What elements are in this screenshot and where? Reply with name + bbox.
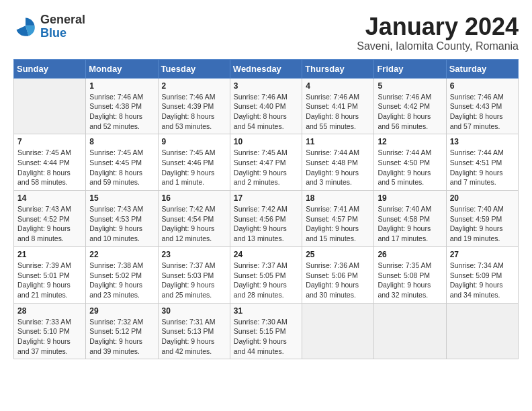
logo-text: General Blue <box>40 13 85 40</box>
day-info: Sunrise: 7:34 AMSunset: 5:09 PMDaylight:… <box>450 261 515 300</box>
calendar-day-cell: 11Sunrise: 7:44 AMSunset: 4:48 PMDayligh… <box>302 134 374 191</box>
day-number: 29 <box>89 306 154 316</box>
calendar-day-cell: 1Sunrise: 7:46 AMSunset: 4:38 PMDaylight… <box>86 78 158 134</box>
day-number: 28 <box>17 306 82 316</box>
day-info: Sunrise: 7:46 AMSunset: 4:42 PMDaylight:… <box>378 92 442 132</box>
day-info: Sunrise: 7:46 AMSunset: 4:40 PMDaylight:… <box>234 92 298 132</box>
day-number: 19 <box>378 193 442 203</box>
calendar-day-cell: 2Sunrise: 7:46 AMSunset: 4:39 PMDaylight… <box>158 78 230 134</box>
day-info: Sunrise: 7:44 AMSunset: 4:48 PMDaylight:… <box>306 148 370 187</box>
day-info: Sunrise: 7:45 AMSunset: 4:45 PMDaylight:… <box>89 148 154 187</box>
calendar-day-cell: 14Sunrise: 7:43 AMSunset: 4:52 PMDayligh… <box>14 191 86 247</box>
day-info: Sunrise: 7:33 AMSunset: 5:10 PMDaylight:… <box>17 317 82 357</box>
logo-icon <box>13 15 38 39</box>
day-number: 3 <box>234 81 298 91</box>
day-number: 27 <box>450 250 515 259</box>
day-number: 15 <box>89 193 154 203</box>
calendar-day-cell <box>446 303 518 359</box>
calendar-week-row: 7Sunrise: 7:45 AMSunset: 4:44 PMDaylight… <box>14 134 519 191</box>
day-info: Sunrise: 7:46 AMSunset: 4:41 PMDaylight:… <box>306 92 370 132</box>
weekday-header-cell: Saturday <box>446 59 518 78</box>
day-info: Sunrise: 7:41 AMSunset: 4:57 PMDaylight:… <box>306 204 370 244</box>
day-info: Sunrise: 7:44 AMSunset: 4:51 PMDaylight:… <box>450 148 515 187</box>
day-info: Sunrise: 7:32 AMSunset: 5:12 PMDaylight:… <box>89 317 154 357</box>
day-number: 1 <box>89 81 154 91</box>
day-info: Sunrise: 7:39 AMSunset: 5:01 PMDaylight:… <box>17 261 82 300</box>
day-number: 12 <box>378 137 442 146</box>
day-info: Sunrise: 7:46 AMSunset: 4:38 PMDaylight:… <box>89 92 154 132</box>
day-number: 6 <box>450 81 515 91</box>
calendar-day-cell <box>14 78 86 134</box>
day-info: Sunrise: 7:43 AMSunset: 4:52 PMDaylight:… <box>17 204 82 244</box>
day-info: Sunrise: 7:45 AMSunset: 4:47 PMDaylight:… <box>234 148 298 187</box>
calendar-week-row: 1Sunrise: 7:46 AMSunset: 4:38 PMDaylight… <box>14 78 519 134</box>
day-info: Sunrise: 7:40 AMSunset: 4:59 PMDaylight:… <box>450 204 515 244</box>
weekday-header-row: SundayMondayTuesdayWednesdayThursdayFrid… <box>14 59 519 78</box>
day-info: Sunrise: 7:42 AMSunset: 4:56 PMDaylight:… <box>234 204 298 244</box>
calendar-day-cell: 24Sunrise: 7:37 AMSunset: 5:05 PMDayligh… <box>230 246 302 303</box>
day-info: Sunrise: 7:36 AMSunset: 5:06 PMDaylight:… <box>306 261 370 300</box>
day-number: 23 <box>162 250 226 259</box>
calendar-day-cell: 4Sunrise: 7:46 AMSunset: 4:41 PMDaylight… <box>302 78 374 134</box>
day-info: Sunrise: 7:44 AMSunset: 4:50 PMDaylight:… <box>378 148 442 187</box>
day-number: 22 <box>89 250 154 259</box>
day-info: Sunrise: 7:46 AMSunset: 4:43 PMDaylight:… <box>450 92 515 132</box>
calendar-body: 1Sunrise: 7:46 AMSunset: 4:38 PMDaylight… <box>14 78 519 359</box>
day-info: Sunrise: 7:46 AMSunset: 4:39 PMDaylight:… <box>162 92 226 132</box>
calendar-day-cell: 31Sunrise: 7:30 AMSunset: 5:15 PMDayligh… <box>230 303 302 359</box>
weekday-header-cell: Thursday <box>302 59 374 78</box>
calendar-day-cell: 25Sunrise: 7:36 AMSunset: 5:06 PMDayligh… <box>302 246 374 303</box>
calendar-day-cell: 29Sunrise: 7:32 AMSunset: 5:12 PMDayligh… <box>86 303 158 359</box>
calendar-day-cell <box>302 303 374 359</box>
day-number: 20 <box>450 193 515 203</box>
calendar-week-row: 28Sunrise: 7:33 AMSunset: 5:10 PMDayligh… <box>14 303 519 359</box>
day-number: 18 <box>306 193 370 203</box>
calendar-day-cell: 6Sunrise: 7:46 AMSunset: 4:43 PMDaylight… <box>446 78 518 134</box>
weekday-header-cell: Monday <box>86 59 158 78</box>
day-number: 7 <box>17 137 82 146</box>
weekday-header-cell: Friday <box>374 59 446 78</box>
calendar-subtitle: Saveni, Ialomita County, Romania <box>357 40 519 52</box>
calendar-day-cell: 17Sunrise: 7:42 AMSunset: 4:56 PMDayligh… <box>230 191 302 247</box>
calendar-day-cell: 22Sunrise: 7:38 AMSunset: 5:02 PMDayligh… <box>86 246 158 303</box>
calendar-day-cell: 18Sunrise: 7:41 AMSunset: 4:57 PMDayligh… <box>302 191 374 247</box>
calendar-day-cell: 12Sunrise: 7:44 AMSunset: 4:50 PMDayligh… <box>374 134 446 191</box>
calendar-day-cell: 5Sunrise: 7:46 AMSunset: 4:42 PMDaylight… <box>374 78 446 134</box>
day-number: 31 <box>234 306 298 316</box>
weekday-header-cell: Sunday <box>14 59 86 78</box>
calendar-table: SundayMondayTuesdayWednesdayThursdayFrid… <box>13 59 519 360</box>
day-number: 14 <box>17 193 82 203</box>
day-number: 2 <box>162 81 226 91</box>
day-number: 21 <box>17 250 82 259</box>
calendar-day-cell: 28Sunrise: 7:33 AMSunset: 5:10 PMDayligh… <box>14 303 86 359</box>
day-info: Sunrise: 7:38 AMSunset: 5:02 PMDaylight:… <box>89 261 154 300</box>
day-info: Sunrise: 7:42 AMSunset: 4:54 PMDaylight:… <box>162 204 226 244</box>
calendar-day-cell: 20Sunrise: 7:40 AMSunset: 4:59 PMDayligh… <box>446 191 518 247</box>
calendar-day-cell <box>374 303 446 359</box>
calendar-day-cell: 16Sunrise: 7:42 AMSunset: 4:54 PMDayligh… <box>158 191 230 247</box>
calendar-title: January 2024 <box>357 13 519 40</box>
day-number: 17 <box>234 193 298 203</box>
day-info: Sunrise: 7:30 AMSunset: 5:15 PMDaylight:… <box>234 317 298 357</box>
day-number: 24 <box>234 250 298 259</box>
day-number: 9 <box>162 137 226 146</box>
calendar-day-cell: 15Sunrise: 7:43 AMSunset: 4:53 PMDayligh… <box>86 191 158 247</box>
day-number: 10 <box>234 137 298 146</box>
day-info: Sunrise: 7:35 AMSunset: 5:08 PMDaylight:… <box>378 261 442 300</box>
calendar-day-cell: 8Sunrise: 7:45 AMSunset: 4:45 PMDaylight… <box>86 134 158 191</box>
calendar-day-cell: 23Sunrise: 7:37 AMSunset: 5:03 PMDayligh… <box>158 246 230 303</box>
day-number: 11 <box>306 137 370 146</box>
calendar-day-cell: 9Sunrise: 7:45 AMSunset: 4:46 PMDaylight… <box>158 134 230 191</box>
day-info: Sunrise: 7:31 AMSunset: 5:13 PMDaylight:… <box>162 317 226 357</box>
calendar-week-row: 21Sunrise: 7:39 AMSunset: 5:01 PMDayligh… <box>14 246 519 303</box>
day-number: 4 <box>306 81 370 91</box>
day-number: 25 <box>306 250 370 259</box>
logo: General Blue <box>13 13 85 40</box>
day-number: 26 <box>378 250 442 259</box>
day-info: Sunrise: 7:45 AMSunset: 4:44 PMDaylight:… <box>17 148 82 187</box>
calendar-day-cell: 10Sunrise: 7:45 AMSunset: 4:47 PMDayligh… <box>230 134 302 191</box>
day-number: 16 <box>162 193 226 203</box>
calendar-day-cell: 19Sunrise: 7:40 AMSunset: 4:58 PMDayligh… <box>374 191 446 247</box>
calendar-day-cell: 26Sunrise: 7:35 AMSunset: 5:08 PMDayligh… <box>374 246 446 303</box>
day-info: Sunrise: 7:43 AMSunset: 4:53 PMDaylight:… <box>89 204 154 244</box>
